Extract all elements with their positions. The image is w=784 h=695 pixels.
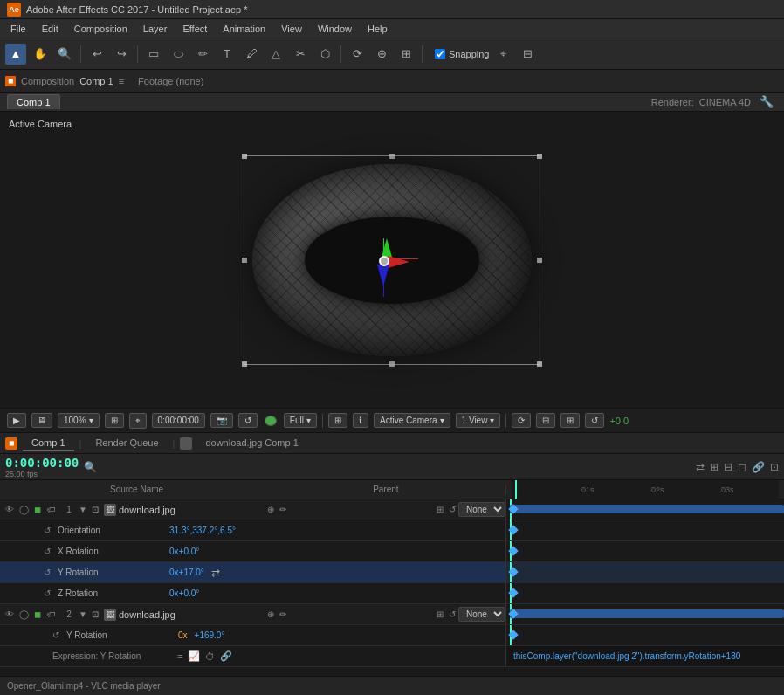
tool-poly[interactable]: △ — [265, 44, 286, 65]
layer-1-switch1[interactable]: ⊞ — [434, 504, 446, 516]
vc-camera-view-dropdown[interactable]: Active Camera ▾ — [374, 413, 450, 428]
tool-roto[interactable]: ✂ — [290, 44, 311, 65]
tc-tool2[interactable]: ⊞ — [710, 461, 719, 473]
menu-animation[interactable]: Animation — [216, 22, 272, 36]
viewport-3d[interactable] — [0, 112, 784, 408]
vc-zoom-dropdown[interactable]: 100% ▾ — [58, 413, 100, 428]
layer-1-parent-dropdown[interactable]: None — [458, 502, 505, 517]
tc-tool3[interactable]: ⊟ — [724, 461, 732, 473]
layer-1-yrot-row[interactable]: ↺ Y Rotation 0x+17.0° ⇄ — [0, 562, 784, 583]
yrot-value[interactable]: 0x+17.0° — [169, 568, 204, 577]
tc-tool1[interactable]: ⇄ — [696, 461, 705, 473]
layer-2-pen[interactable]: ✏ — [277, 609, 289, 621]
vc-camera-button[interactable]: 📷 — [210, 413, 233, 428]
sel-handle-ml[interactable] — [242, 258, 247, 263]
xrot-value[interactable]: 0x+0.0° — [169, 547, 199, 556]
tool-hand[interactable]: ✋ — [30, 44, 51, 65]
vc-info-button[interactable]: ℹ — [353, 413, 368, 428]
layer-1-lock[interactable]: ◯ — [17, 504, 30, 516]
sel-handle-bm[interactable] — [389, 361, 395, 367]
layer-1-switch2[interactable]: ↺ — [446, 504, 458, 516]
layer-1-orientation-row[interactable]: ↺ Orientation 31.3°,337.2°,6.5° — [0, 520, 784, 541]
sel-handle-bl[interactable] — [242, 361, 247, 367]
layer-1-eye[interactable]: 👁 — [3, 504, 16, 516]
tc-tool5[interactable]: 🔗 — [752, 461, 765, 473]
vc-reset-button[interactable]: ↺ — [238, 413, 258, 428]
menu-help[interactable]: Help — [361, 22, 395, 36]
layer-2-eye[interactable]: 👁 — [3, 609, 16, 621]
vc-refresh-button[interactable]: ↺ — [585, 413, 604, 428]
vc-export-button[interactable]: ⟳ — [512, 413, 531, 428]
comp-tab-active[interactable]: Comp 1 — [7, 94, 60, 109]
tool-3d-track[interactable]: ⊞ — [395, 44, 416, 65]
tool-undo[interactable]: ↩ — [86, 44, 107, 65]
tool-snap-grid[interactable]: ⊟ — [518, 44, 539, 65]
layer-1-zrot-row[interactable]: ↺ Z Rotation 0x+0.0° — [0, 583, 784, 604]
renderer-settings-button[interactable]: 🔧 — [756, 92, 777, 113]
tool-snap-extra[interactable]: ⌖ — [493, 44, 514, 65]
tc-search-button[interactable]: 🔍 — [84, 461, 97, 473]
layer-row-1[interactable]: 👁 ◯ ◼ 🏷 1 ▼ ⊡ 🖼 download.jpg ⊕ ✏ ⊞ ↺ Non… — [0, 499, 784, 520]
sel-handle-tl[interactable] — [242, 154, 247, 159]
layer-1-3d[interactable]: ⊡ — [89, 504, 101, 516]
layer-1-label[interactable]: ◼ — [31, 504, 44, 516]
tool-ellipse[interactable]: ⬭ — [168, 44, 189, 65]
tool-text[interactable]: T — [217, 44, 237, 65]
vc-view-count-dropdown[interactable]: 1 View ▾ — [456, 413, 501, 428]
tool-select[interactable]: ▲ — [5, 44, 26, 65]
vc-align-button[interactable]: ⊟ — [536, 413, 555, 428]
tc-tool4[interactable]: ◻ — [738, 461, 746, 473]
vc-play-button[interactable]: ▶ — [7, 413, 26, 428]
layer-2-switch1[interactable]: ⊞ — [434, 609, 446, 621]
menu-view[interactable]: View — [274, 22, 309, 36]
vc-bars-button[interactable]: ⊞ — [560, 413, 580, 428]
layer-1-anchor[interactable]: ⊕ — [265, 504, 277, 516]
tool-rect[interactable]: ▭ — [143, 44, 164, 65]
sel-handle-br[interactable] — [537, 361, 542, 367]
zrot-value[interactable]: 0x+0.0° — [169, 588, 199, 598]
gizmo-center[interactable] — [379, 256, 389, 266]
sel-handle-tr[interactable] — [537, 154, 542, 159]
expr-icon-chart[interactable]: 📈 — [188, 650, 200, 662]
snapping-checkbox[interactable] — [435, 49, 445, 59]
layer-2-label[interactable]: ◼ — [31, 609, 44, 621]
menu-composition[interactable]: Composition — [67, 22, 134, 36]
timeline-tab-render[interactable]: Render Queue — [86, 436, 167, 451]
vc-time-display[interactable]: 0:00:00:00 — [152, 413, 205, 428]
vc-monitor-button[interactable]: 🖥 — [31, 413, 52, 428]
tc-tool6[interactable]: ⊡ — [770, 461, 779, 473]
layer-2-3d[interactable]: ⊡ — [89, 609, 101, 621]
vc-quality-dropdown[interactable]: Full ▾ — [284, 413, 317, 428]
menu-effect[interactable]: Effect — [175, 22, 214, 36]
tool-brush[interactable]: 🖊 — [241, 44, 262, 65]
layer-2-switch2[interactable]: ↺ — [446, 609, 458, 621]
layer-1-tag[interactable]: 🏷 — [45, 504, 58, 516]
timeline-tab-comp1[interactable]: Comp 1 — [23, 436, 74, 451]
layer-2-yrot-row[interactable]: ↺ Y Rotation 0x+169.0° — [0, 625, 784, 646]
timeline-tab-download[interactable]: download.jpg Comp 1 — [196, 436, 306, 451]
tool-pen[interactable]: ✏ — [192, 44, 213, 65]
layer-2-parent-dropdown[interactable]: None — [458, 607, 505, 622]
tool-zoom[interactable]: 🔍 — [54, 44, 75, 65]
vc-fit-button[interactable]: ⊞ — [105, 413, 124, 428]
comp-menu-icon[interactable]: ≡ — [119, 76, 124, 86]
menu-file[interactable]: File — [3, 22, 33, 36]
layer-2-anchor[interactable]: ⊕ — [265, 609, 277, 621]
l2-yrot-value-orange[interactable]: 0x — [178, 630, 188, 640]
layer-2-lock[interactable]: ◯ — [17, 609, 30, 621]
vc-snap-button[interactable]: ⌖ — [129, 413, 147, 429]
layer-2-tag[interactable]: 🏷 — [45, 609, 58, 621]
layer-1-pen[interactable]: ✏ — [277, 504, 289, 516]
expr-icon-eq[interactable]: = — [177, 651, 182, 662]
tool-3d-pan[interactable]: ⊕ — [371, 44, 392, 65]
layer-2-expand[interactable]: ▼ — [77, 609, 89, 621]
transform-gizmo[interactable] — [348, 225, 418, 295]
menu-edit[interactable]: Edit — [35, 22, 65, 36]
sel-handle-tm[interactable] — [389, 154, 395, 159]
menu-layer[interactable]: Layer — [136, 22, 175, 36]
sel-handle-mr[interactable] — [537, 258, 542, 263]
expr-icon-clock[interactable]: ⏱ — [205, 651, 215, 662]
tool-puppet[interactable]: ⬡ — [314, 44, 335, 65]
expr-icon-link[interactable]: 🔗 — [220, 650, 232, 662]
comp-name[interactable]: Comp 1 — [79, 76, 113, 86]
